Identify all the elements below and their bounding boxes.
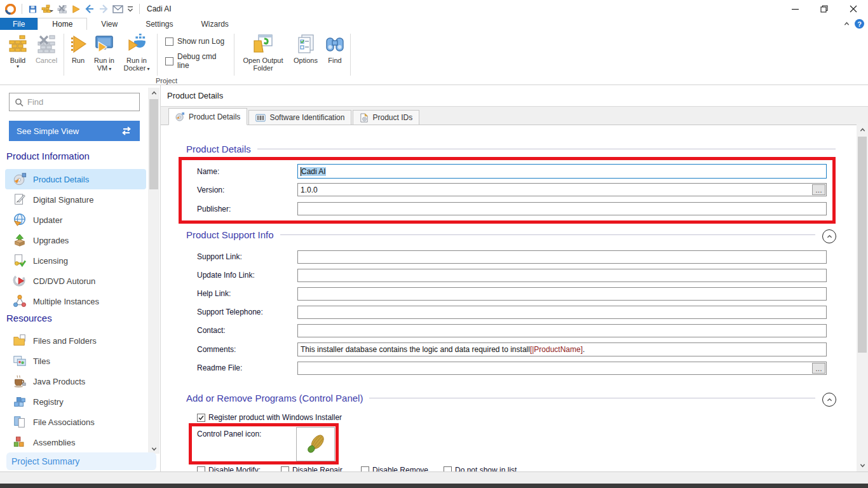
- customize-toolbar-icon[interactable]: [127, 5, 133, 13]
- sidebar: See Simple View Product Information Prod…: [0, 85, 161, 471]
- sidebar-item-licensing[interactable]: Licensing: [5, 250, 146, 271]
- sidebar-item-files-and-folders[interactable]: Files and Folders: [5, 330, 146, 351]
- close-icon: [850, 5, 857, 13]
- help-button[interactable]: ?: [855, 19, 864, 29]
- tab-product-ids[interactable]: Product IDs: [353, 110, 419, 125]
- scroll-up-button[interactable]: [148, 88, 159, 98]
- upgrades-icon: [13, 233, 27, 247]
- section-product-support-info: Product Support Info: [186, 229, 815, 240]
- build-quick-icon[interactable]: [41, 4, 53, 14]
- window-title: Cadi AI: [147, 4, 172, 13]
- build-icon: [8, 34, 28, 54]
- publisher-input[interactable]: [297, 202, 827, 215]
- contact-label: Contact:: [197, 326, 226, 335]
- find-input[interactable]: [27, 97, 123, 107]
- main-scrollbar[interactable]: [857, 123, 868, 471]
- sidebar-item-cd-dvd-autorun[interactable]: CD/DVD Autorun: [5, 271, 146, 291]
- tab-file[interactable]: File: [0, 18, 37, 30]
- tab-home[interactable]: Home: [37, 18, 87, 30]
- sidebar-find-box[interactable]: [9, 93, 140, 111]
- chevron-up-icon: [860, 127, 865, 133]
- page-title: Product Details: [167, 91, 223, 100]
- comments-input[interactable]: This installer database contains the log…: [297, 342, 827, 356]
- sidebar-item-digital-signature[interactable]: Digital Signature: [5, 189, 146, 210]
- software-identification-tab-icon: [255, 114, 266, 122]
- product-details-tab-icon: [175, 112, 185, 121]
- chevron-down-icon: [151, 446, 157, 452]
- update-info-link-input[interactable]: [297, 269, 827, 282]
- chevron-down-icon: [860, 463, 865, 468]
- scroll-up-button[interactable]: [857, 125, 868, 135]
- tab-software-identification[interactable]: Software Identification: [248, 110, 351, 125]
- sidebar-item-upgrades[interactable]: Upgrades: [5, 230, 146, 250]
- readme-file-label: Readme File:: [197, 363, 242, 372]
- tab-wizards[interactable]: Wizards: [187, 18, 243, 30]
- swap-view-icon: [121, 126, 132, 135]
- save-icon[interactable]: [28, 4, 37, 14]
- registry-icon: [13, 395, 27, 409]
- divider: [139, 4, 140, 14]
- version-browse-button[interactable]: …: [812, 184, 825, 195]
- run-button[interactable]: Run: [67, 32, 90, 64]
- sidebar-item-java-products[interactable]: Java Products: [5, 371, 146, 391]
- section-header-resources: Resources: [6, 313, 52, 323]
- app-logo-icon[interactable]: [5, 4, 16, 15]
- cancel-build-quick-icon: [57, 4, 67, 14]
- find-icon: [325, 34, 345, 54]
- build-button[interactable]: Build ▾: [4, 32, 32, 69]
- collapse-ribbon-icon[interactable]: [844, 21, 850, 27]
- minimize-button[interactable]: [780, 0, 810, 18]
- readme-browse-button[interactable]: …: [812, 363, 825, 374]
- disable-modify-checkbox[interactable]: Disable Modify:: [197, 466, 261, 471]
- find-button[interactable]: Find: [322, 32, 348, 64]
- section-add-remove-programs: Add or Remove Programs (Control Panel): [186, 393, 815, 403]
- open-output-folder-button[interactable]: Open Output Folder: [237, 32, 289, 72]
- sidebar-item-file-associations[interactable]: File Associations: [5, 412, 146, 432]
- chevron-up-icon: [827, 397, 832, 403]
- options-button[interactable]: Options: [289, 32, 322, 64]
- back-icon[interactable]: [85, 4, 95, 13]
- close-button[interactable]: [839, 0, 868, 18]
- disable-repair-checkbox[interactable]: Disable Repair: [281, 466, 342, 471]
- tab-product-details[interactable]: Product Details: [168, 108, 247, 125]
- support-link-input[interactable]: [297, 250, 827, 264]
- sidebar-item-product-details[interactable]: Product Details: [5, 169, 146, 189]
- run-in-vm-button[interactable]: Run in VM ▾: [90, 32, 119, 72]
- project-summary-button[interactable]: Project Summary: [6, 452, 156, 470]
- collapse-arp-button[interactable]: [822, 393, 836, 407]
- page-title-row: Product Details: [161, 85, 868, 107]
- sidebar-item-updater[interactable]: Updater: [5, 210, 146, 230]
- name-input[interactable]: Cadi AI: [297, 164, 827, 179]
- section-rule: [280, 234, 815, 235]
- name-label: Name:: [197, 167, 219, 176]
- sidebar-scrollbar[interactable]: [148, 88, 159, 454]
- disable-remove-checkbox[interactable]: Disable Remove: [361, 466, 428, 471]
- contact-input[interactable]: [297, 324, 827, 337]
- scrollbar-thumb[interactable]: [858, 137, 867, 353]
- run-in-docker-button[interactable]: Run in Docker ▾: [119, 32, 154, 72]
- help-link-input[interactable]: [297, 287, 827, 301]
- tab-settings[interactable]: Settings: [132, 18, 187, 30]
- support-telephone-input[interactable]: [297, 306, 827, 319]
- corn-app-icon: [302, 431, 329, 458]
- quick-access-toolbar: [0, 4, 142, 15]
- sidebar-item-tiles[interactable]: Tiles: [5, 351, 146, 371]
- scroll-down-button[interactable]: [857, 460, 868, 470]
- email-icon[interactable]: [112, 5, 123, 13]
- sidebar-item-assemblies[interactable]: Assemblies: [5, 432, 146, 452]
- debug-cmd-line-checkbox[interactable]: Debug cmd line: [165, 52, 227, 70]
- sidebar-item-multiple-instances[interactable]: Multiple Instances: [5, 291, 146, 311]
- register-product-checkbox[interactable]: Register product with Windows Installer: [197, 413, 342, 422]
- tab-view[interactable]: View: [87, 18, 132, 30]
- version-input[interactable]: 1.0.0: [297, 183, 827, 196]
- run-quick-icon[interactable]: [71, 4, 81, 14]
- control-panel-icon-preview[interactable]: [296, 427, 335, 461]
- see-simple-view-button[interactable]: See Simple View: [9, 121, 140, 141]
- sidebar-item-registry[interactable]: Registry: [5, 391, 146, 412]
- readme-file-input[interactable]: [297, 362, 827, 375]
- scrollbar-thumb[interactable]: [149, 99, 158, 189]
- collapse-support-info-button[interactable]: [822, 229, 836, 243]
- restore-button[interactable]: [810, 0, 839, 18]
- show-run-log-checkbox[interactable]: Show run Log: [165, 37, 227, 46]
- do-not-show-in-list-checkbox[interactable]: Do not show in list: [444, 466, 517, 471]
